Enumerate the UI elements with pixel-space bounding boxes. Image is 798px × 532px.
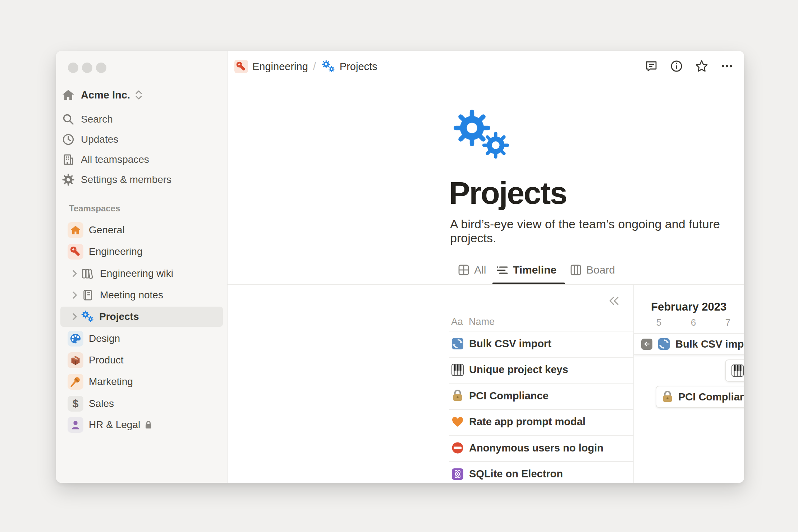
building-icon: [60, 153, 76, 166]
traffic-light-minimize[interactable]: [82, 63, 92, 73]
more-options-button[interactable]: [718, 58, 735, 75]
tab-label: All: [474, 264, 486, 276]
sidebar-item-label: All teamspaces: [81, 154, 149, 165]
table-header[interactable]: Aa Name: [449, 313, 633, 331]
gears-icon: [321, 60, 336, 73]
gear-icon: [60, 174, 76, 186]
clock-icon: [60, 133, 76, 146]
search-icon: [60, 113, 76, 125]
text-type-icon: Aa: [451, 316, 463, 327]
teamspace-label: Design: [89, 333, 120, 344]
sidebar-item-design[interactable]: Design: [60, 329, 223, 349]
sync-icon: [658, 338, 670, 350]
switcher-chevrons-icon: [134, 90, 143, 100]
house-icon: [68, 222, 83, 238]
lock-icon: [145, 421, 152, 429]
sidebar-item-search[interactable]: Search: [60, 109, 223, 129]
piano-icon: [732, 364, 744, 377]
sidebar-item-settings[interactable]: Settings & members: [60, 170, 223, 190]
traffic-light-close[interactable]: [68, 63, 78, 73]
tab-label: Timeline: [513, 264, 556, 276]
breadcrumb-projects[interactable]: Projects: [340, 61, 377, 73]
sidebar-item-updates[interactable]: Updates: [60, 129, 223, 150]
wrench-icon: [68, 244, 83, 260]
timeline-card-unique-keys[interactable]: Unique project keys In flight: [725, 359, 744, 382]
table-row[interactable]: SQLite on Electron: [449, 461, 633, 483]
collapse-table-button[interactable]: [608, 295, 620, 307]
sidebar-item-general[interactable]: General: [60, 220, 223, 240]
tab-timeline[interactable]: Timeline: [496, 264, 556, 276]
chevron-right-icon[interactable]: [70, 270, 79, 278]
page-title[interactable]: Projects: [449, 175, 567, 211]
day-number: 7: [715, 317, 740, 328]
sidebar-item-product[interactable]: Product: [60, 350, 223, 370]
table-row[interactable]: Rate app prompt modal: [449, 409, 633, 436]
workspace-name: Acme Inc.: [81, 89, 130, 101]
breadcrumb: Engineering / Projects: [234, 60, 377, 73]
sidebar-item-sales[interactable]: $ Sales: [60, 394, 223, 414]
package-icon: [68, 352, 83, 368]
teamspaces-section-label: Teamspaces: [69, 203, 120, 214]
day-number: 5: [646, 317, 671, 328]
page-subtitle[interactable]: A bird’s-eye view of the team’s ongoing …: [450, 217, 744, 245]
teamspace-label: Sales: [89, 398, 114, 409]
dollar-icon: $: [68, 396, 83, 412]
page-icon-gears[interactable]: [449, 108, 513, 160]
extend-left-button[interactable]: [641, 339, 652, 350]
timeline-month-label: February 2023: [651, 301, 726, 313]
piano-icon: [451, 364, 464, 376]
tab-board[interactable]: Board: [570, 264, 615, 276]
home-icon: [60, 88, 76, 101]
breadcrumb-engineering[interactable]: Engineering: [252, 61, 308, 73]
sidebar-item-label: Updates: [81, 134, 118, 145]
teamspace-label: Engineering: [89, 246, 142, 257]
info-button[interactable]: [668, 58, 685, 75]
favorite-star-button[interactable]: [693, 58, 710, 75]
tab-all[interactable]: All: [458, 264, 486, 276]
chevron-right-icon[interactable]: [70, 313, 79, 321]
sidebar-item-meeting-notes[interactable]: Meeting notes: [60, 285, 223, 305]
sidebar-item-marketing[interactable]: Marketing: [60, 372, 223, 392]
main-area: Engineering / Projects P: [228, 51, 744, 483]
tabs-divider: [228, 284, 744, 285]
name-column-header: Name: [469, 316, 495, 327]
table-grid-icon: [458, 264, 470, 276]
timeline-card-bulk-csv[interactable]: Bulk CSV import Complete: [634, 333, 744, 355]
traffic-light-zoom[interactable]: [96, 63, 106, 73]
sidebar-item-label: Settings & members: [81, 174, 171, 185]
chevron-right-icon[interactable]: [70, 291, 79, 299]
comments-button[interactable]: [643, 58, 660, 75]
books-icon: [80, 268, 96, 279]
tab-label: Board: [586, 264, 615, 276]
day-number: 6: [681, 317, 706, 328]
sidebar-item-all-teamspaces[interactable]: All teamspaces: [60, 150, 223, 170]
table-row[interactable]: Anonymous users no login: [449, 435, 633, 462]
teamspace-label: HR & Legal: [89, 419, 140, 431]
teamspace-label: General: [89, 224, 125, 236]
sidebar-item-engineering-wiki[interactable]: Engineering wiki: [60, 263, 223, 284]
table-row[interactable]: Unique project keys: [449, 357, 633, 384]
gears-icon: [80, 310, 96, 323]
table-row[interactable]: PCI Compliance: [449, 383, 633, 410]
table-row[interactable]: Bulk CSV import: [449, 331, 633, 358]
sidebar-item-engineering[interactable]: Engineering: [60, 242, 223, 262]
workspace-switcher[interactable]: Acme Inc.: [60, 85, 223, 105]
atom-icon: [451, 468, 464, 480]
person-icon: [68, 417, 83, 433]
timeline-card-pci-compliance[interactable]: PCI Compliance Complete: [656, 386, 744, 408]
teamspace-label: Engineering wiki: [100, 268, 173, 279]
lock-icon: [662, 391, 673, 403]
table-timeline-divider[interactable]: [633, 285, 634, 483]
topbar-actions: [643, 58, 735, 75]
sidebar-item-hr-legal[interactable]: HR & Legal: [60, 415, 223, 435]
notebook-icon: [80, 289, 96, 301]
board-columns-icon: [570, 264, 582, 276]
teamspace-label: Marketing: [89, 376, 133, 387]
sidebar-item-projects[interactable]: Projects: [60, 307, 223, 327]
microphone-icon: [68, 374, 83, 390]
lock-icon: [451, 390, 464, 402]
teamspace-label: Product: [89, 354, 124, 366]
teamspace-label: Projects: [99, 311, 139, 322]
teamspace-label: Meeting notes: [100, 289, 163, 301]
palette-icon: [68, 331, 83, 347]
